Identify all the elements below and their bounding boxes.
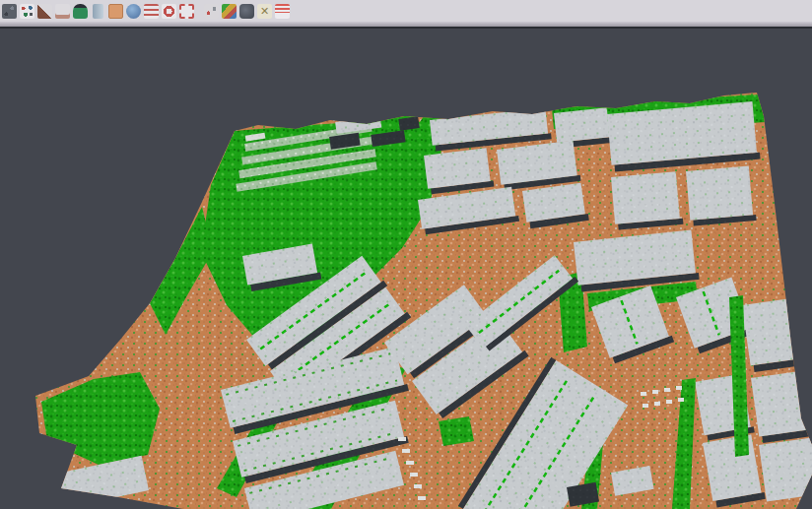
point-cloud-canvas[interactable] [0, 27, 812, 509]
filter-grid-icon[interactable] [204, 4, 219, 19]
circle-select-icon[interactable] [162, 4, 176, 19]
vegetation-hill-icon[interactable] [73, 4, 88, 19]
globe-icon[interactable] [126, 4, 141, 19]
viewport-3d[interactable] [0, 27, 812, 509]
viewport-top-border [0, 27, 812, 29]
crop-brackets-icon[interactable] [179, 4, 194, 19]
toolbar [0, 0, 812, 22]
scatter-points-icon[interactable] [20, 4, 34, 19]
ground-points-icon[interactable] [55, 4, 70, 19]
dark-sphere-icon[interactable] [239, 4, 254, 19]
delete-cross-icon[interactable] [257, 4, 272, 19]
ground-tile-icon[interactable] [108, 4, 123, 19]
classified-map-icon[interactable] [222, 4, 237, 19]
list-bars-icon[interactable] [144, 4, 159, 19]
point-cloud-cube-icon[interactable] [2, 4, 17, 19]
terrain-mountain-icon[interactable] [37, 4, 52, 19]
flag-lines-icon[interactable] [275, 4, 290, 19]
column-slice-icon[interactable] [93, 4, 103, 19]
